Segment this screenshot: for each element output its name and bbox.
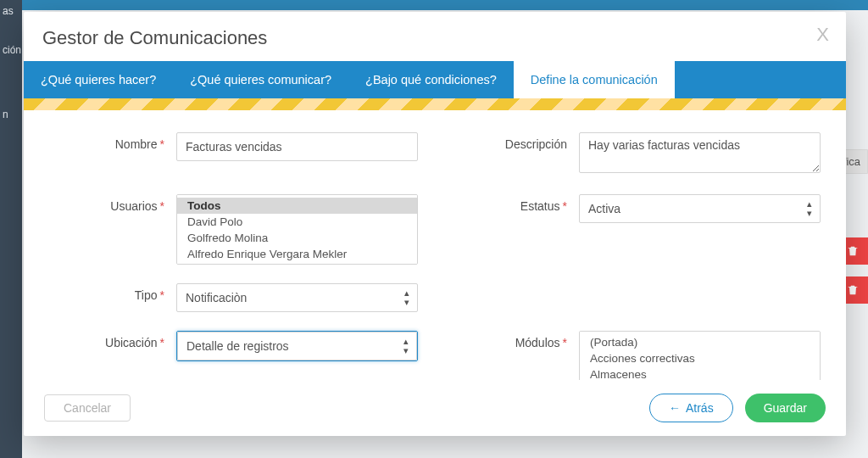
label-nombre: Nombre* [49,132,176,151]
bg-left-rail: as ción n [0,0,22,458]
list-item[interactable]: Almacenes [580,366,820,380]
arrow-left-icon: ← [669,401,681,415]
field-empty-right [452,283,821,312]
list-item[interactable]: Acciones correctivas [580,350,820,366]
tab-que-comunicar[interactable]: ¿Qué quieres comunicar? [173,61,348,98]
modal-close-button[interactable]: X [816,25,829,44]
listbox-usuarios[interactable]: TodosDavid PoloGolfredo MolinaAlfredo En… [176,194,418,265]
label-modulos: Módulos* [452,331,579,349]
list-item[interactable]: David Polo [177,214,417,230]
tab-condiciones[interactable]: ¿Bajo qué condiciones? [348,61,514,98]
trash-icon [846,244,860,258]
list-item[interactable]: (Portada) [580,334,820,350]
field-descripcion: Descripción Hay varias facturas vencidas [452,132,821,176]
field-nombre: Nombre* [49,132,418,176]
label-ubicacion: Ubicación* [49,331,176,349]
save-button[interactable]: Guardar [745,394,826,422]
list-item[interactable]: Todos [177,198,417,214]
modal-title: Gestor de Comunicaciones [42,27,827,49]
cancel-button[interactable]: Cancelar [44,394,131,422]
wizard-tabs: ¿Qué quieres hacer? ¿Qué quieres comunic… [24,61,846,98]
bg-top-bar [0,0,868,10]
field-usuarios: Usuarios* TodosDavid PoloGolfredo Molina… [49,194,418,265]
label-descripcion: Descripción [452,132,579,151]
form-body: Nombre* Descripción Hay varias facturas … [24,110,846,380]
select-estatus[interactable]: Activa [579,194,821,223]
field-estatus: Estatus* Activa ▴▾ [452,194,821,265]
list-item[interactable]: Golfredo Molina [177,230,417,246]
hazard-stripe [24,98,846,110]
comunicaciones-modal: Gestor de Comunicaciones X ¿Qué quieres … [24,12,846,436]
tab-define-comunicacion[interactable]: Define la comunicación [514,61,675,98]
label-tipo: Tipo* [49,283,176,302]
label-usuarios: Usuarios* [49,194,176,213]
input-nombre[interactable] [176,132,418,161]
trash-icon [846,283,860,297]
field-ubicacion: Ubicación* Detalle de registros ▴▾ [49,331,418,380]
list-item[interactable]: Alfredo Enrique Vergara Mekler [177,246,417,262]
label-estatus: Estatus* [452,194,579,213]
bg-rail-item: as [0,0,22,22]
bg-rail-item: n [0,103,22,126]
select-ubicacion[interactable]: Detalle de registros [177,332,417,360]
field-tipo: Tipo* Notificaciòn ▴▾ [49,283,418,312]
listbox-modulos[interactable]: (Portada)Acciones correctivasAlmacenesAr… [579,331,821,380]
modal-footer: Cancelar ←Atrás Guardar [24,380,846,436]
bg-rail-item: ción [0,39,22,61]
textarea-descripcion[interactable]: Hay varias facturas vencidas [579,132,821,173]
select-tipo[interactable]: Notificaciòn [176,283,418,312]
field-modulos: Módulos* (Portada)Acciones correctivasAl… [452,331,821,380]
back-button[interactable]: ←Atrás [649,394,733,422]
tab-que-hacer[interactable]: ¿Qué quieres hacer? [24,61,173,98]
modal-header: Gestor de Comunicaciones X [24,12,846,61]
